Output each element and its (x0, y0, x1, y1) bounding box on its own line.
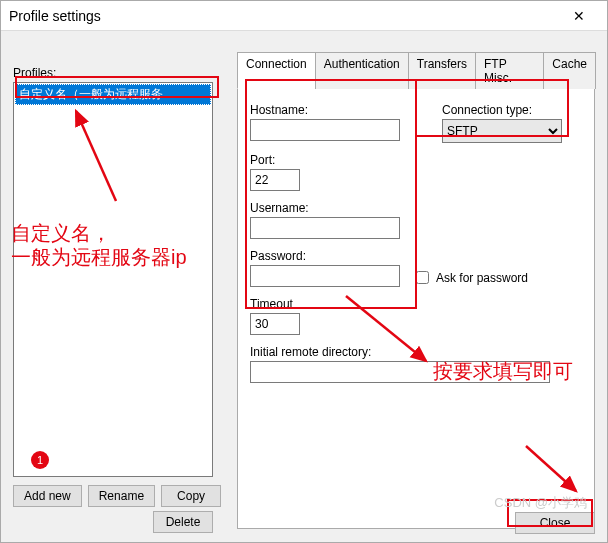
window-title: Profile settings (9, 8, 559, 24)
tab-authentication[interactable]: Authentication (315, 52, 409, 89)
profiles-label: Profiles: (13, 66, 223, 80)
close-button[interactable]: Close (515, 512, 595, 534)
ask-password-checkbox[interactable] (416, 271, 429, 284)
username-label: Username: (250, 201, 582, 215)
annotation-badge-1: 1 (31, 451, 49, 469)
tab-strip: Connection Authentication Transfers FTP … (237, 51, 595, 89)
ask-password-checkbox-wrap[interactable]: Ask for password (412, 268, 528, 287)
password-label: Password: (250, 249, 400, 263)
add-new-button[interactable]: Add new (13, 485, 82, 507)
profile-list-item[interactable]: 自定义名（一般为远程服务 (15, 84, 211, 105)
settings-panel: Connection Authentication Transfers FTP … (237, 51, 595, 498)
tab-connection[interactable]: Connection (237, 52, 316, 89)
hostname-label: Hostname: (250, 103, 422, 117)
content-area: Profiles: 自定义名（一般为远程服务 Add new Rename Co… (1, 31, 607, 542)
hostname-input[interactable] (250, 119, 400, 141)
copy-button[interactable]: Copy (161, 485, 221, 507)
port-label: Port: (250, 153, 582, 167)
rename-button[interactable]: Rename (88, 485, 155, 507)
password-input[interactable] (250, 265, 400, 287)
connection-type-select[interactable]: SFTP (442, 119, 562, 143)
ask-password-label: Ask for password (436, 271, 528, 285)
profiles-listbox[interactable]: 自定义名（一般为远程服务 (13, 82, 213, 477)
initial-dir-input[interactable] (250, 361, 550, 383)
dialog-button-bar: Close (515, 512, 595, 534)
timeout-input[interactable] (250, 313, 300, 335)
tab-ftp-misc[interactable]: FTP Misc. (475, 52, 544, 89)
username-input[interactable] (250, 217, 400, 239)
connection-type-label: Connection type: (442, 103, 582, 117)
port-input[interactable] (250, 169, 300, 191)
tab-transfers[interactable]: Transfers (408, 52, 476, 89)
delete-button[interactable]: Delete (153, 511, 213, 533)
tab-cache[interactable]: Cache (543, 52, 596, 89)
connection-tab-body: Hostname: Connection type: SFTP Port: (237, 89, 595, 529)
window-close-button[interactable]: ✕ (559, 8, 599, 24)
timeout-label: Timeout (250, 297, 582, 311)
profile-settings-window: Profile settings ✕ Profiles: 自定义名（一般为远程服… (0, 0, 608, 543)
initial-dir-label: Initial remote directory: (250, 345, 582, 359)
titlebar: Profile settings ✕ (1, 1, 607, 31)
watermark: CSDN @小学鸡 (494, 494, 587, 512)
